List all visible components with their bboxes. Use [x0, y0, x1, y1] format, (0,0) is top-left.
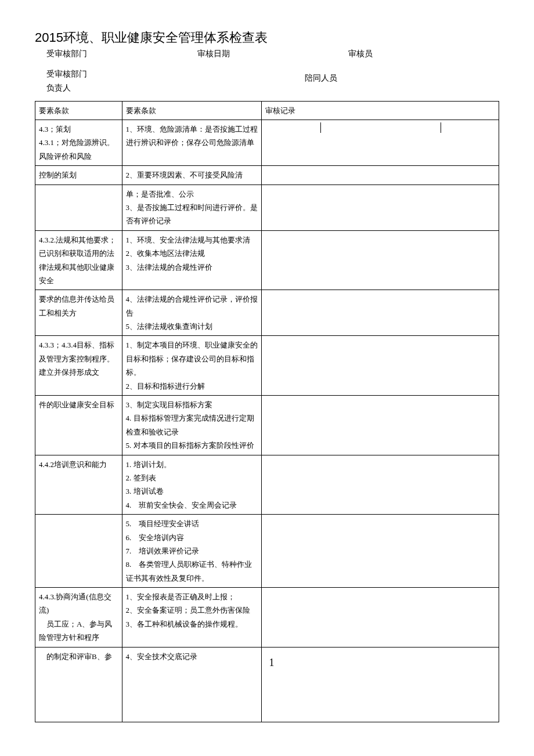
col-header-record: 审核记录 — [262, 101, 499, 120]
content-cell: 1、安全报表是否正确及时上报； 2、安全备案证明；员工意外伤害保险 3、各工种和… — [122, 588, 262, 648]
content-cell: 1、环境、危险源清单：是否按施工过程进行辨识和评价；保存公司危险源清单 — [122, 120, 262, 165]
content-cell: 5. 项目经理安全讲话 6. 安全培训内容 7. 培训效果评价记录 8. 各类管… — [122, 515, 262, 588]
clause-cell: 4.4.2培训意识和能力 — [35, 455, 122, 515]
table-row: 5. 项目经理安全讲话 6. 安全培训内容 7. 培训效果评价记录 8. 各类管… — [35, 515, 499, 588]
clause-cell: 要求的信息并传达给员工和相关方 — [35, 290, 122, 336]
table-row: 要求的信息并传达给员工和相关方4、法律法规的合规性评价记录，评价报告 5、法律法… — [35, 290, 499, 336]
table-row: 的制定和评审B、参4、安全技术交底记录1 — [35, 647, 499, 722]
auditor-label: 审核员 — [348, 49, 499, 59]
table-header-row: 要素条款 要素条款 审核记录 — [35, 101, 499, 120]
dept-head-label-line1: 受审核部门 — [46, 67, 241, 81]
record-cell: 1 — [262, 647, 499, 722]
content-cell: 1、制定本项目的环境、职业健康安全的目标和指标；保存建设公司的目标和指标。 2、… — [122, 336, 262, 396]
page-number: 1 — [265, 650, 495, 672]
record-cell — [262, 230, 499, 290]
clause-cell: 控制的策划 — [35, 166, 122, 185]
clause-cell: 4.4.3.协商沟通(信息交流) 员工应；A、参与风险管理方针和程序 — [35, 588, 122, 648]
table-row: 单；是否批准、公示 3、是否按施工过程和时间进行评价。是否有评价记录 — [35, 185, 499, 230]
table-row: 4.3；策划 4.3.1；对危险源辨识。风险评价和风险1、环境、危险源清单：是否… — [35, 120, 499, 165]
content-cell: 单；是否批准、公示 3、是否按施工过程和时间进行评价。是否有评价记录 — [122, 185, 262, 230]
clause-cell — [35, 515, 122, 588]
audit-date-label: 审核日期 — [197, 49, 348, 59]
content-cell: 4、安全技术交底记录 — [122, 647, 262, 722]
clause-cell: 的制定和评审B、参 — [35, 647, 122, 722]
table-row: 4.4.2培训意识和能力1. 培训计划。 2. 签到表 3. 培训试卷 4. 班… — [35, 455, 499, 515]
record-cell — [262, 166, 499, 185]
record-cell — [262, 120, 499, 165]
record-cell — [262, 515, 499, 588]
content-cell: 3、制定实现目标指标方案 4. 目标指标管理方案完成情况进行定期检查和验收记录 … — [122, 396, 262, 455]
header-row-1: 受审核部门 审核日期 审核员 — [35, 49, 499, 59]
record-cell — [262, 185, 499, 230]
table-row: 4.4.3.协商沟通(信息交流) 员工应；A、参与风险管理方针和程序1、安全报表… — [35, 588, 499, 648]
checklist-table: 要素条款 要素条款 审核记录 4.3；策划 4.3.1；对危险源辨识。风险评价和… — [35, 101, 499, 722]
clause-cell — [35, 185, 122, 230]
clause-cell: 4.3；策划 4.3.1；对危险源辨识。风险评价和风险 — [35, 120, 122, 165]
dept-head-label: 受审核部门 负责人 — [35, 67, 241, 95]
content-cell: 1、环境、安全法律法规与其他要求清 2、收集本地区法律法规 3、法律法规的合规性… — [122, 230, 262, 290]
table-row: 4.3.2.法规和其他要求；已识别和获取适用的法律法规和其他职业健康安全1、环境… — [35, 230, 499, 290]
col-header-clause2: 要素条款 — [122, 101, 262, 120]
content-cell: 4、法律法规的合规性评价记录，评价报告 5、法律法规收集查询计划 — [122, 290, 262, 336]
clause-cell: 4.3.3；4.3.4目标、指标及管理方案控制程序。 建立并保持形成文 — [35, 336, 122, 396]
record-cell — [262, 336, 499, 396]
accompany-label: 陪同人员 — [241, 67, 499, 95]
table-row: 控制的策划2、重要环境因素、不可接受风险清 — [35, 166, 499, 185]
clause-cell: 4.3.2.法规和其他要求；已识别和获取适用的法律法规和其他职业健康安全 — [35, 230, 122, 290]
col-header-clause: 要素条款 — [35, 101, 122, 120]
page-title: 2015环境、职业健康安全管理体系检查表 — [35, 29, 499, 46]
header-row-2: 受审核部门 负责人 陪同人员 — [35, 67, 499, 95]
record-cell — [262, 290, 499, 336]
record-cell — [262, 396, 499, 455]
table-row: 4.3.3；4.3.4目标、指标及管理方案控制程序。 建立并保持形成文1、制定本… — [35, 336, 499, 396]
content-cell: 1. 培训计划。 2. 签到表 3. 培训试卷 4. 班前安全快会、安全周会记录 — [122, 455, 262, 515]
dept-audited-label: 受审核部门 — [35, 49, 197, 59]
record-cell — [262, 455, 499, 515]
table-body: 4.3；策划 4.3.1；对危险源辨识。风险评价和风险1、环境、危险源清单：是否… — [35, 120, 499, 722]
table-row: 件的职业健康安全目标3、制定实现目标指标方案 4. 目标指标管理方案完成情况进行… — [35, 396, 499, 455]
record-cell — [262, 588, 499, 648]
dept-head-label-line2: 负责人 — [46, 81, 241, 95]
clause-cell: 件的职业健康安全目标 — [35, 396, 122, 455]
content-cell: 2、重要环境因素、不可接受风险清 — [122, 166, 262, 185]
